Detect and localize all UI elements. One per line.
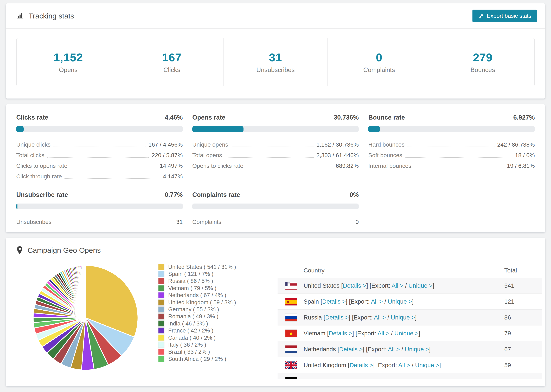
rate-value: 4.46% xyxy=(165,114,183,121)
details-link[interactable]: Details > xyxy=(339,346,363,352)
rate-section: Clicks rate 4.46% Unique clicks 167 / 4.… xyxy=(16,114,183,182)
legend-label: Romania ( 49 / 3% ) xyxy=(168,313,218,320)
rate-detail-row: Unique opens 1,152 / 30.736% xyxy=(192,139,359,150)
export-unique-link[interactable]: Unique > xyxy=(405,346,429,352)
legend-label: South Africa ( 29 / 2% ) xyxy=(168,356,226,362)
rate-title: Opens rate xyxy=(192,114,225,121)
total-cell: 79 xyxy=(504,325,511,341)
legend-item: France ( 42 / 2% ) xyxy=(158,327,236,334)
tracking-stats-card: Tracking stats Export basic stats 1,152 … xyxy=(6,3,545,98)
export-icon xyxy=(478,13,484,19)
pie-legend: United States ( 541 / 31% ) Spain ( 121 … xyxy=(158,263,236,362)
export-all-link[interactable]: All > xyxy=(374,314,386,321)
rate-row-value: 19 / 6.81% xyxy=(507,162,535,169)
legend-item: United States ( 541 / 31% ) xyxy=(158,263,236,270)
rate-row-value: 2,303 / 61.446% xyxy=(316,152,359,159)
legend-label: Vietnam ( 79 / 5% ) xyxy=(168,285,216,291)
total-cell: 121 xyxy=(504,294,514,309)
geo-table-row: Germany [Details >] [Export: All > / Uni… xyxy=(278,373,542,379)
rate-detail-row: Complaints 0 xyxy=(192,217,359,227)
rate-row-label: Clicks to opens rate xyxy=(16,162,67,169)
legend-item: Spain ( 121 / 7% ) xyxy=(158,270,236,277)
export-all-link[interactable]: All > xyxy=(392,282,403,289)
rate-section-head: Clicks rate 4.46% xyxy=(16,114,183,121)
export-all-link[interactable]: All > xyxy=(388,346,400,352)
legend-item: South Africa ( 29 / 2% ) xyxy=(158,355,236,362)
details-link[interactable]: Details > xyxy=(349,362,373,368)
rate-detail-rows: Unique opens 1,152 / 30.736% Total opens… xyxy=(192,139,359,171)
rate-progress-track xyxy=(16,203,183,209)
legend-item: Germany ( 55 / 3% ) xyxy=(158,306,236,313)
export-unique-link[interactable]: Unique > xyxy=(397,378,421,379)
stat-value: 167 xyxy=(162,51,182,64)
rate-row-value: 18 / 0% xyxy=(515,152,535,159)
rate-title: Unsubscribe rate xyxy=(16,191,68,198)
geo-table-row: Russia [Details >] [Export: All > / Uniq… xyxy=(278,309,542,325)
export-unique-link[interactable]: Unique > xyxy=(394,330,418,336)
rate-row-value: 1,152 / 30.736% xyxy=(316,141,359,148)
rate-detail-row: Internal bounces 19 / 6.81% xyxy=(368,161,535,171)
details-link[interactable]: Details > xyxy=(343,282,366,289)
legend-item: United Kingdom ( 59 / 3% ) xyxy=(158,299,236,306)
legend-label: Canada ( 40 / 2% ) xyxy=(168,335,216,341)
details-link[interactable]: Details > xyxy=(325,314,349,321)
rate-row-label: Unique clicks xyxy=(16,141,50,148)
details-link[interactable]: Details > xyxy=(332,378,355,379)
rate-progress-track xyxy=(368,126,535,132)
geo-table-header: Country Total xyxy=(278,263,542,278)
dotted-leader xyxy=(54,224,174,224)
export-all-link[interactable]: All > xyxy=(398,362,410,368)
details-link[interactable]: Details > xyxy=(322,298,346,305)
dotted-leader xyxy=(64,178,160,179)
legend-item: Vietnam ( 79 / 5% ) xyxy=(158,285,236,292)
rate-section-head: Complaints rate 0% xyxy=(192,191,359,198)
legend-item: India ( 46 / 3% ) xyxy=(158,320,236,327)
rate-detail-rows: Unique clicks 167 / 4.456% Total clicks … xyxy=(16,139,183,182)
geo-opens-pie-chart[interactable] xyxy=(33,265,139,371)
rate-progress-fill xyxy=(16,126,24,132)
geo-table-row: Spain [Details >] [Export: All > / Uniqu… xyxy=(278,294,542,309)
export-unique-link[interactable]: Unique > xyxy=(391,314,415,321)
rate-section-head: Opens rate 30.736% xyxy=(192,114,359,121)
rate-row-value: 4.147% xyxy=(163,173,183,180)
geo-table-row: United Kingdom [Details >] [Export: All … xyxy=(278,357,542,373)
geo-table-row: Vietnam [Details >] [Export: All > / Uni… xyxy=(278,325,542,341)
export-all-link[interactable]: All > xyxy=(377,330,389,336)
rate-row-value: 0 xyxy=(355,219,359,225)
rate-detail-row: Total clicks 220 / 5.87% xyxy=(16,150,183,161)
country-cell: Russia [Details >] [Export: All > / Uniq… xyxy=(304,314,417,321)
country-cell: Spain [Details >] [Export: All > / Uniqu… xyxy=(304,298,414,305)
geo-table-row: Netherlands [Details >] [Export: All > /… xyxy=(278,341,542,357)
total-cell: 86 xyxy=(504,309,511,325)
stat-value: 0 xyxy=(376,51,382,64)
rate-row-value: 167 / 4.456% xyxy=(148,141,183,148)
rate-value: 0% xyxy=(350,191,359,198)
export-all-link[interactable]: All > xyxy=(380,378,392,379)
rates-grid: Clicks rate 4.46% Unique clicks 167 / 4.… xyxy=(6,104,545,227)
legend-label: United States ( 541 / 31% ) xyxy=(168,264,236,270)
details-link[interactable]: Details > xyxy=(329,330,352,336)
stats-summary-row: 1,152 Opens 167 Clicks 31 Unsubscribes 0… xyxy=(16,38,535,86)
country-column-header: Country xyxy=(304,267,325,274)
legend-label: Italy ( 36 / 2% ) xyxy=(168,342,206,348)
export-unique-link[interactable]: Unique > xyxy=(415,362,439,368)
legend-item: Italy ( 36 / 2% ) xyxy=(158,341,236,348)
dotted-leader xyxy=(70,168,157,168)
rate-row-value: 220 / 5.87% xyxy=(152,152,183,159)
campaign-geo-opens-body: United States ( 541 / 31% ) Spain ( 121 … xyxy=(6,263,545,386)
rate-title: Bounce rate xyxy=(368,114,405,121)
rate-row-label: Total opens xyxy=(192,152,222,159)
export-all-link[interactable]: All > xyxy=(371,298,383,305)
export-basic-stats-button[interactable]: Export basic stats xyxy=(473,10,537,22)
legend-label: Netherlands ( 67 / 4% ) xyxy=(168,292,226,298)
export-unique-link[interactable]: Unique > xyxy=(409,282,433,289)
export-basic-stats-label: Export basic stats xyxy=(487,13,531,19)
rate-section: Bounce rate 6.927% Hard bounces 242 / 86… xyxy=(368,114,535,182)
rate-row-label: Click through rate xyxy=(16,173,62,180)
dotted-leader xyxy=(246,168,333,168)
stat-value: 279 xyxy=(473,51,493,64)
rate-row-label: Soft bounces xyxy=(368,152,402,159)
export-unique-link[interactable]: Unique > xyxy=(388,298,412,305)
rate-row-label: Complaints xyxy=(192,219,221,225)
rate-progress-fill xyxy=(16,203,17,209)
